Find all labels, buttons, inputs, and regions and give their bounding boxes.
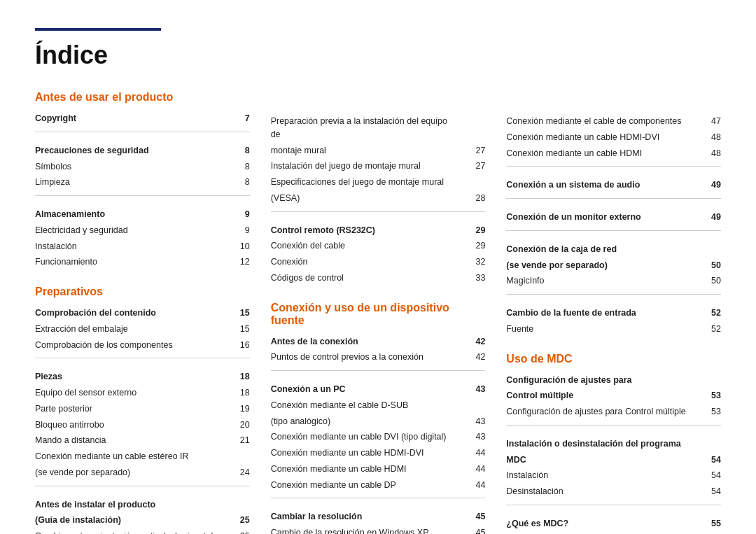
toc-divider-row bbox=[271, 493, 486, 503]
toc-label: MagicInfo bbox=[506, 273, 689, 289]
top-border bbox=[35, 28, 161, 31]
toc-page: 7 bbox=[218, 111, 250, 127]
toc-table: Preparación previa a la instalación del … bbox=[271, 113, 486, 286]
toc-page: 53 bbox=[689, 404, 721, 420]
toc-page: 18 bbox=[218, 369, 250, 385]
toc-row: ¿Qué es MDC? 55 bbox=[506, 516, 721, 532]
toc-gap-row bbox=[506, 430, 721, 436]
toc-page: 33 bbox=[453, 270, 485, 286]
toc-page bbox=[453, 174, 485, 190]
toc-page: 43 bbox=[453, 381, 485, 398]
toc-row: Conexión del cable 29 bbox=[271, 238, 486, 254]
toc-row: Instalación o desinstalación del program… bbox=[506, 436, 721, 452]
toc-page: 18 bbox=[218, 385, 250, 401]
toc-page: 24 bbox=[218, 465, 250, 481]
toc-gap-row bbox=[271, 217, 486, 223]
toc-row: Instalación 10 bbox=[35, 239, 250, 255]
toc-row: Control múltiple 53 bbox=[506, 388, 721, 404]
toc-row: Almacenamiento 9 bbox=[35, 206, 250, 223]
toc-row: MDC 54 bbox=[506, 452, 721, 468]
toc-row: Conexión mediante un cable HDMI-DVI 48 bbox=[506, 129, 721, 146]
toc-label: Conexión mediante un cable estéreo IR bbox=[35, 449, 218, 465]
toc-page bbox=[453, 398, 485, 414]
toc-row: Instalación del juego de montaje mural 2… bbox=[271, 158, 486, 174]
toc-label: ¿Qué es MDC? bbox=[506, 516, 689, 532]
section-title: Preparativos bbox=[35, 286, 250, 298]
toc-row: Conexión mediante un cable DP 44 bbox=[271, 477, 486, 493]
toc-label: Almacenamiento bbox=[35, 206, 218, 223]
toc-row: Desinstalación 54 bbox=[506, 484, 721, 500]
toc-page: 15 bbox=[218, 305, 250, 321]
toc-row: Copyright 7 bbox=[35, 111, 250, 127]
toc-page: 44 bbox=[453, 477, 485, 493]
toc-row: Funcionamiento 12 bbox=[35, 254, 250, 270]
toc-row: Conexión a MDC 55 bbox=[506, 532, 721, 535]
toc-page: 52 bbox=[689, 305, 721, 321]
toc-row: Cambio de la fuente de entrada 52 bbox=[506, 305, 721, 321]
page: Índice Antes de usar el producto Copyrig… bbox=[0, 0, 756, 534]
toc-row: Códigos de control 33 bbox=[271, 270, 486, 286]
toc-page: 49 bbox=[689, 177, 721, 193]
toc-divider-row bbox=[506, 161, 721, 171]
toc-label: Antes de la conexión bbox=[271, 334, 454, 350]
toc-gap-row bbox=[35, 491, 250, 497]
toc-page: 28 bbox=[453, 190, 485, 206]
toc-gap-row bbox=[35, 137, 250, 143]
toc-page: 55 bbox=[689, 516, 721, 532]
toc-row: Cambiar la resolución 45 bbox=[271, 509, 486, 525]
toc-divider-row bbox=[506, 289, 721, 300]
toc-page: 45 bbox=[453, 509, 485, 525]
toc-page: 52 bbox=[689, 321, 721, 337]
toc-label: Control múltiple bbox=[506, 388, 689, 404]
toc-page: 42 bbox=[453, 334, 485, 350]
toc-label: Bloqueo antirrobo bbox=[35, 417, 218, 433]
toc-row: (se vende por separado) 50 bbox=[506, 258, 721, 274]
toc-row: Cambio de la resolución en Windows XP 45 bbox=[271, 525, 486, 534]
toc-label: Precauciones de seguridad bbox=[35, 143, 218, 159]
toc-row: Piezas 18 bbox=[35, 369, 250, 385]
toc-page: 55 bbox=[689, 532, 721, 535]
toc-label: Conexión mediante un cable DP bbox=[271, 477, 454, 493]
toc-page: 25 bbox=[218, 528, 250, 534]
toc-page: 29 bbox=[453, 238, 485, 254]
toc-label: MDC bbox=[506, 452, 689, 468]
toc-gap-row bbox=[271, 503, 486, 509]
toc-label: Puntos de control previos a la conexión bbox=[271, 349, 454, 365]
toc-page: 32 bbox=[453, 254, 485, 270]
toc-page: 16 bbox=[218, 337, 250, 353]
toc-page: 42 bbox=[453, 349, 485, 365]
toc-row: montaje mural 27 bbox=[271, 143, 486, 159]
toc-label: Especificaciones del juego de montaje mu… bbox=[271, 174, 454, 190]
toc-label: Configuración de ajustes para Control mú… bbox=[506, 404, 689, 420]
toc-page: 20 bbox=[218, 417, 250, 433]
toc-label: Parte posterior bbox=[35, 401, 218, 417]
toc-label: Conexión bbox=[271, 254, 454, 270]
toc-label: (VESA) bbox=[271, 190, 454, 206]
toc-row: Parte posterior 19 bbox=[35, 401, 250, 417]
toc-row: Conexión a un PC 43 bbox=[271, 381, 486, 398]
toc-label: montaje mural bbox=[271, 143, 454, 159]
toc-row: Antes de la conexión 42 bbox=[271, 334, 486, 350]
toc-page: 43 bbox=[453, 414, 485, 430]
toc-label: (tipo analógico) bbox=[271, 414, 454, 430]
toc-label: Conexión mediante un cable HDMI bbox=[506, 146, 689, 162]
toc-row: Símbolos 8 bbox=[35, 159, 250, 175]
page-title: Índice bbox=[35, 41, 721, 70]
toc-gap-row bbox=[506, 204, 721, 209]
section-title: Antes de usar el producto bbox=[35, 91, 250, 104]
toc-page: 27 bbox=[453, 143, 485, 159]
toc-gap-row bbox=[506, 510, 721, 516]
toc-row: Control remoto (RS232C) 29 bbox=[271, 223, 486, 239]
toc-table: Comprobación del contenido 15 Extracción… bbox=[35, 305, 250, 534]
toc-label: Antes de instalar el producto bbox=[35, 497, 218, 513]
toc-label: Cambio de la fuente de entrada bbox=[506, 305, 689, 321]
toc-label: Conexión a un PC bbox=[271, 381, 454, 398]
toc-page: 25 bbox=[218, 512, 250, 528]
toc-table: Configuración de ajustes para Control mú… bbox=[506, 372, 721, 535]
toc-page: 8 bbox=[218, 143, 250, 159]
toc-label: Electricidad y seguridad bbox=[35, 223, 218, 239]
toc-row: Comprobación del contenido 15 bbox=[35, 305, 250, 321]
toc-label: Instalación bbox=[506, 468, 689, 484]
toc-page: 9 bbox=[218, 206, 250, 223]
toc-gap-row bbox=[506, 300, 721, 305]
